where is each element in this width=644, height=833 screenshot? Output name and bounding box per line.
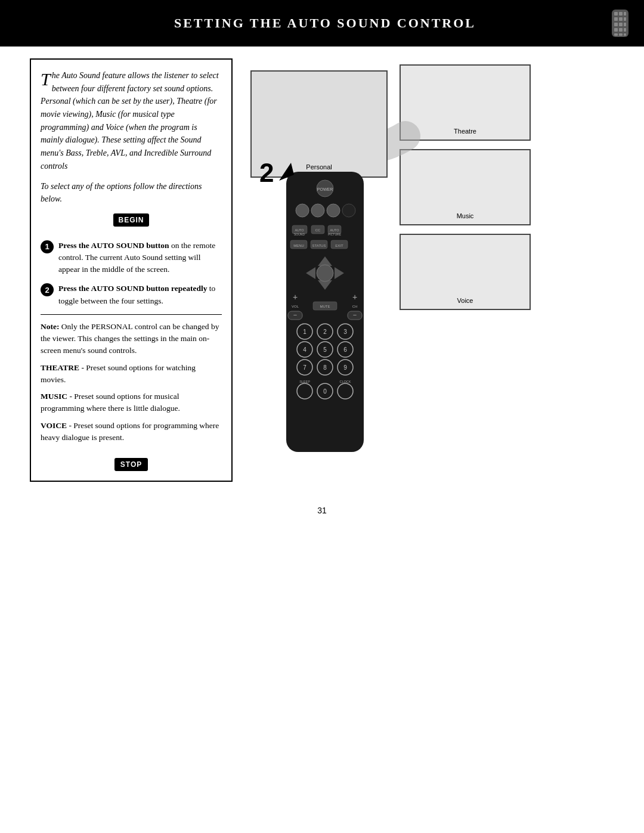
svg-rect-5 — [619, 17, 623, 21]
notes-section: Note: Only the PERSONAL control can be c… — [41, 321, 222, 444]
svg-rect-3 — [624, 12, 626, 16]
svg-text:MENU: MENU — [293, 244, 304, 247]
page-number: 31 — [0, 494, 644, 521]
page-header: Setting the Auto Sound Control — [0, 0, 644, 47]
svg-text:1: 1 — [303, 329, 306, 335]
remote-svg: POWER AUTO SOUND CC AUTO — [277, 172, 373, 458]
svg-point-22 — [327, 204, 340, 217]
svg-text:CLOCK: CLOCK — [340, 380, 351, 383]
stop-badge: STOP — [114, 458, 148, 471]
svg-text:SLEEP: SLEEP — [299, 380, 310, 383]
left-tv-section: Personal 2 — [250, 70, 388, 460]
svg-text:5: 5 — [323, 346, 327, 353]
remote-icon-header — [608, 8, 632, 38]
svg-text:4: 4 — [303, 346, 306, 353]
step-2: 2 Press the AUTO SOUND button repeatedly… — [41, 283, 222, 307]
begin-badge: BEGIN — [113, 213, 148, 227]
svg-text:EXIT: EXIT — [335, 244, 343, 247]
svg-text:7: 7 — [303, 364, 306, 371]
svg-rect-8 — [619, 23, 623, 26]
main-content: The Auto Sound feature allows the listen… — [0, 47, 644, 494]
svg-text:STATUS: STATUS — [312, 244, 326, 247]
page-title: Setting the Auto Sound Control — [42, 16, 608, 31]
right-screens-section: Theatre Music Voice — [400, 64, 531, 310]
svg-rect-7 — [614, 23, 618, 26]
svg-rect-11 — [619, 28, 623, 32]
svg-text:6: 6 — [343, 346, 347, 353]
svg-point-23 — [342, 204, 355, 217]
svg-rect-10 — [614, 28, 618, 32]
svg-rect-14 — [619, 33, 623, 36]
svg-text:9: 9 — [343, 364, 347, 371]
right-panel: Personal 2 — [250, 58, 614, 482]
svg-text:−: − — [353, 311, 357, 318]
intro-paragraph: The Auto Sound feature allows the listen… — [41, 69, 222, 173]
screen-label-theatre: Theatre — [454, 128, 476, 135]
svg-text:PICTURE: PICTURE — [328, 233, 342, 236]
svg-marker-16 — [279, 163, 294, 181]
svg-text:MUTE: MUTE — [320, 305, 330, 308]
svg-text:3: 3 — [343, 329, 347, 335]
svg-rect-2 — [619, 12, 623, 16]
svg-point-21 — [311, 204, 324, 217]
drop-cap-T: T — [41, 70, 51, 88]
svg-text:AUTO: AUTO — [295, 228, 304, 232]
stop-badge-container: STOP — [41, 452, 222, 471]
svg-text:−: − — [293, 311, 297, 318]
divider — [41, 314, 222, 315]
svg-text:0: 0 — [323, 388, 327, 395]
svg-text:POWER: POWER — [317, 187, 333, 191]
svg-rect-15 — [624, 33, 626, 36]
tv-screen-voice: Voice — [400, 234, 531, 310]
svg-text:+: + — [293, 292, 298, 302]
svg-rect-1 — [614, 12, 618, 16]
svg-text:CC: CC — [315, 228, 321, 232]
screen-label-voice: Voice — [457, 297, 473, 304]
svg-rect-12 — [624, 28, 626, 32]
step-2-number: 2 — [41, 283, 54, 296]
svg-text:VOL: VOL — [292, 305, 299, 308]
left-instructions-panel: The Auto Sound feature allows the listen… — [30, 58, 233, 482]
note-theatre: THEATRE - Preset sound options for watch… — [41, 362, 222, 386]
svg-point-42 — [317, 265, 333, 281]
screen-label-personal: Personal — [306, 163, 332, 171]
svg-text:2: 2 — [323, 329, 327, 335]
screen-label-music: Music — [457, 212, 474, 219]
step-1: 1 Press the AUTO SOUND button on the rem… — [41, 240, 222, 276]
svg-rect-13 — [614, 33, 618, 36]
svg-text:SOUND: SOUND — [294, 233, 305, 236]
svg-point-20 — [296, 204, 309, 217]
screens-and-remote: Personal 2 — [250, 58, 614, 460]
svg-rect-4 — [614, 17, 618, 21]
remote-control: 2 POWER — [277, 172, 373, 460]
note-voice: VOICE - Preset sound options for program… — [41, 420, 222, 444]
step2-indicator: 2 — [259, 160, 300, 186]
svg-rect-9 — [624, 23, 626, 26]
svg-text:8: 8 — [323, 364, 327, 371]
directions-text: To select any of the options follow the … — [41, 180, 222, 205]
note-personal: Note: Only the PERSONAL control can be c… — [41, 321, 222, 357]
step-1-text: Press the AUTO SOUND button on the remot… — [58, 240, 222, 276]
svg-text:+: + — [352, 292, 357, 302]
svg-text:CH: CH — [352, 305, 358, 308]
step-1-number: 1 — [41, 240, 54, 253]
svg-rect-6 — [624, 17, 626, 21]
svg-text:AUTO: AUTO — [330, 228, 339, 232]
step-2-text: Press the AUTO SOUND button repeatedly t… — [58, 283, 222, 307]
note-music: MUSIC - Preset sound options for musical… — [41, 391, 222, 415]
